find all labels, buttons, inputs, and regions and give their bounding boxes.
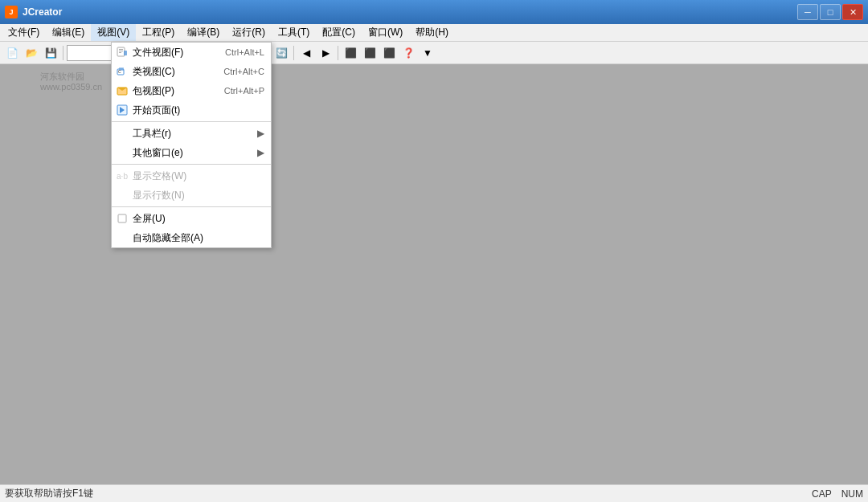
tb-back[interactable]: ◀	[297, 44, 315, 62]
other-windows-label: 其他窗口(e)	[133, 146, 183, 160]
package-view-shortcut: Ctrl+Alt+P	[211, 86, 264, 96]
class-view-label: 类视图(C)	[133, 65, 175, 79]
maximize-button[interactable]: □	[820, 4, 841, 20]
dd-sep-1	[112, 121, 271, 122]
menu-item-class-view[interactable]: C 类视图(C) Ctrl+Alt+C	[112, 62, 271, 81]
menu-file[interactable]: 文件(F)	[2, 24, 46, 41]
tb-save[interactable]: 💾	[42, 44, 59, 62]
menu-view[interactable]: 视图(V)	[91, 24, 136, 41]
toolbar-label: 工具栏(r)	[133, 127, 171, 141]
tb-more[interactable]: ▼	[419, 44, 436, 62]
auto-hide-label: 自动隐藏全部(A)	[133, 231, 203, 245]
menu-window[interactable]: 窗口(W)	[362, 24, 409, 41]
title-bar: J JCreator ─ □ ✕	[0, 0, 868, 24]
menu-edit[interactable]: 编辑(E)	[46, 24, 91, 41]
menu-item-fullscreen[interactable]: 全屏(U)	[112, 209, 271, 228]
view-dropdown-menu: 文件视图(F) Ctrl+Alt+L C 类视图(C) Ctrl+Alt+C 包…	[111, 42, 272, 248]
svg-text:C: C	[118, 69, 121, 74]
dd-sep-2	[112, 164, 271, 165]
menu-help[interactable]: 帮助(H)	[409, 24, 455, 41]
menu-item-other-windows[interactable]: 其他窗口(e) ▶	[112, 143, 271, 162]
tb-sep-5	[338, 46, 338, 60]
tb-help[interactable]: ❓	[399, 44, 417, 62]
menu-item-show-lines[interactable]: 显示行数(N)	[112, 186, 271, 205]
tb-debug1[interactable]: ⬛	[342, 44, 359, 62]
tb-forward[interactable]: ▶	[317, 44, 334, 62]
menu-item-file-view[interactable]: 文件视图(F) Ctrl+Alt+L	[112, 43, 271, 62]
tb-sep-1	[63, 46, 63, 60]
status-help-text: 要获取帮助请按F1键	[5, 487, 93, 500]
menu-bar: 文件(F) 编辑(E) 视图(V) 工程(P) 编译(B) 运行(R) 工具(T…	[0, 24, 868, 42]
close-button[interactable]: ✕	[842, 4, 863, 20]
package-view-label: 包视图(P)	[133, 84, 174, 98]
class-view-shortcut: Ctrl+Alt+C	[211, 67, 264, 76]
menu-item-toolbar[interactable]: 工具栏(r) ▶	[112, 124, 271, 143]
menu-item-package-view[interactable]: 包视图(P) Ctrl+Alt+P	[112, 81, 271, 100]
tb-open[interactable]: 📂	[23, 44, 40, 62]
svg-rect-1	[119, 49, 123, 50]
watermark-line1: 河东软件园	[40, 71, 84, 83]
title-controls: ─ □ ✕	[797, 4, 863, 20]
menu-item-auto-hide[interactable]: 自动隐藏全部(A)	[112, 228, 271, 247]
start-page-label: 开始页面(t)	[133, 104, 180, 117]
show-lines-label: 显示行数(N)	[133, 189, 185, 202]
package-view-icon	[115, 84, 129, 98]
svg-rect-12	[118, 214, 126, 222]
svg-rect-0	[117, 47, 125, 56]
status-right: CAP NUM	[812, 488, 863, 500]
watermark-line2: www.pc0359.cn	[40, 82, 102, 92]
svg-rect-4	[124, 51, 127, 55]
fullscreen-checkbox	[115, 211, 129, 226]
svg-rect-2	[119, 51, 123, 51]
menu-item-start-page[interactable]: 开始页面(t)	[112, 100, 271, 120]
file-view-shortcut: Ctrl+Alt+L	[212, 47, 264, 57]
svg-rect-3	[119, 52, 121, 53]
menu-project[interactable]: 工程(P)	[136, 24, 181, 41]
menu-run[interactable]: 运行(R)	[226, 24, 272, 41]
minimize-button[interactable]: ─	[797, 4, 818, 20]
tb-sep-4	[293, 46, 294, 60]
tb-debug2[interactable]: ⬛	[361, 44, 379, 62]
start-page-icon	[115, 103, 129, 117]
status-bar: 要获取帮助请按F1键 CAP NUM	[0, 484, 868, 502]
fullscreen-label: 全屏(U)	[133, 212, 166, 226]
show-spaces-label: 显示空格(W)	[133, 169, 186, 183]
status-num: NUM	[841, 488, 863, 500]
other-windows-arrow: ▶	[257, 147, 264, 158]
show-spaces-icon: a·b	[115, 169, 129, 183]
title-text: JCreator	[23, 6, 62, 18]
menu-tools[interactable]: 工具(T)	[272, 24, 316, 41]
toolbar-arrow: ▶	[257, 128, 264, 139]
file-view-icon	[115, 45, 129, 59]
status-cap: CAP	[812, 488, 832, 500]
class-view-icon: C	[115, 64, 129, 79]
menu-item-show-spaces[interactable]: a·b 显示空格(W)	[112, 166, 271, 186]
dd-sep-3	[112, 206, 271, 207]
file-view-label: 文件视图(F)	[133, 46, 183, 59]
menu-build[interactable]: 编译(B)	[181, 24, 226, 41]
title-left: J JCreator	[5, 6, 62, 18]
app-icon: J	[5, 6, 18, 18]
menu-config[interactable]: 配置(C)	[316, 24, 362, 41]
tb-rebuild[interactable]: 🔄	[272, 44, 290, 62]
tb-new[interactable]: 📄	[3, 44, 21, 62]
tb-debug3[interactable]: ⬛	[380, 44, 398, 62]
